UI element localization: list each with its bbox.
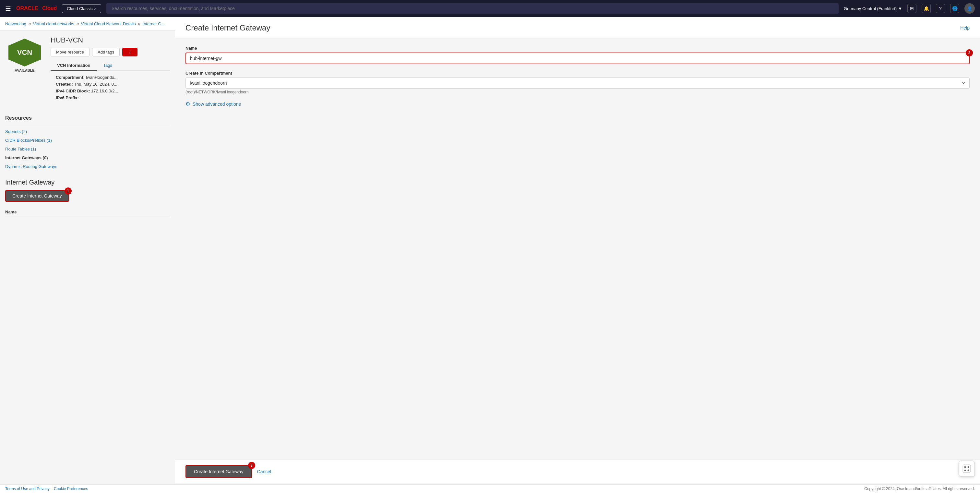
resources-title: Resources bbox=[5, 115, 170, 121]
step-badge-1: 1 bbox=[65, 188, 72, 195]
sliders-icon: ⚙ bbox=[186, 101, 190, 107]
more-actions-button[interactable]: ⋮ bbox=[122, 48, 137, 56]
copyright: Copyright © 2024, Oracle and/or its affi… bbox=[864, 487, 975, 491]
sidebar-item-cidr[interactable]: CIDR Blocks/Prefixes (1) bbox=[5, 136, 170, 145]
sidebar-item-subnets[interactable]: Subnets (2) bbox=[5, 127, 170, 136]
vcn-section: VCN AVAILABLE HUB-VCN Move resource Add … bbox=[0, 31, 175, 111]
bell-icon[interactable]: 🔔 bbox=[922, 4, 931, 13]
cloud-classic-button[interactable]: Cloud Classic > bbox=[62, 4, 101, 13]
vcn-details: Compartment: IwanHoogendo... Created: Th… bbox=[51, 71, 170, 106]
left-panel: Networking » Virtual cloud networks » Vi… bbox=[0, 17, 175, 493]
modal-body: Name 2 Create In Compartment IwanHoogend… bbox=[175, 38, 980, 460]
step-badge-2: 2 bbox=[966, 49, 973, 56]
compartment-label: Create In Compartment bbox=[186, 71, 970, 76]
sidebar-item-route-tables[interactable]: Route Tables (1) bbox=[5, 145, 170, 153]
internet-gateway-title: Internet Gateway bbox=[5, 179, 170, 186]
name-input[interactable] bbox=[186, 52, 970, 64]
terms-link[interactable]: Terms of Use and Privacy bbox=[5, 487, 49, 491]
show-advanced-label: Show advanced options bbox=[192, 102, 241, 107]
add-tags-button[interactable]: Add tags bbox=[92, 48, 120, 56]
compartment-path: (root)/NETWORK/IwanHoogendoorn bbox=[186, 90, 970, 94]
modal-title: Create Internet Gateway bbox=[186, 23, 270, 32]
oracle-logo: ORACLE Cloud bbox=[16, 5, 57, 11]
avatar[interactable]: 👤 bbox=[964, 3, 975, 14]
breadcrumb-current: Internet G... bbox=[143, 21, 165, 26]
tab-vcn-information[interactable]: VCN Information bbox=[51, 60, 97, 71]
name-form-group: Name 2 bbox=[186, 46, 970, 64]
tab-tags[interactable]: Tags bbox=[97, 60, 119, 71]
breadcrumb-networking[interactable]: Networking bbox=[5, 21, 26, 26]
help-link[interactable]: Help bbox=[960, 25, 970, 30]
svg-point-3 bbox=[964, 470, 966, 471]
modal-footer: Create Internet Gateway 3 Cancel bbox=[175, 460, 980, 483]
sidebar-item-internet-gateways[interactable]: Internet Gateways (0) bbox=[5, 153, 170, 162]
footer: Terms of Use and Privacy Cookie Preferen… bbox=[0, 484, 980, 493]
modal-header: Create Internet Gateway Help bbox=[175, 17, 980, 38]
internet-gateway-section: Internet Gateway Create Internet Gateway… bbox=[0, 175, 175, 221]
vcn-title: HUB-VCN bbox=[51, 36, 170, 45]
sidebar-item-dynamic-routing-gateways[interactable]: Dynamic Routing Gateways bbox=[5, 162, 170, 171]
nav-right: Germany Central (Frankfurt) ▼ ⊞ 🔔 ? 🌐 👤 bbox=[844, 3, 975, 14]
breadcrumb: Networking » Virtual cloud networks » Vi… bbox=[0, 17, 175, 31]
vcn-tabs: VCN Information Tags bbox=[51, 60, 170, 71]
console-icon[interactable]: ⊞ bbox=[907, 4, 916, 13]
vcn-actions: Move resource Add tags ⋮ bbox=[51, 48, 170, 56]
vcn-hex: VCN AVAILABLE bbox=[5, 36, 44, 75]
hamburger-menu-icon[interactable]: ☰ bbox=[5, 5, 11, 12]
step-badge-3: 3 bbox=[248, 462, 255, 469]
breadcrumb-vcn[interactable]: Virtual cloud networks bbox=[33, 21, 74, 26]
modal-create-button[interactable]: Create Internet Gateway bbox=[186, 465, 252, 478]
search-input[interactable] bbox=[107, 3, 838, 14]
show-advanced-options-link[interactable]: ⚙ Show advanced options bbox=[186, 101, 970, 107]
cancel-button[interactable]: Cancel bbox=[257, 469, 271, 474]
cookies-link[interactable]: Cookie Preferences bbox=[54, 487, 88, 491]
svg-point-4 bbox=[968, 470, 969, 471]
table-header-name: Name bbox=[5, 207, 170, 217]
create-internet-gateway-modal: Create Internet Gateway Help Name 2 Crea… bbox=[175, 17, 980, 483]
compartment-select[interactable]: IwanHoogendoorn bbox=[186, 78, 970, 89]
top-navigation: ☰ ORACLE Cloud Cloud Classic > Germany C… bbox=[0, 0, 980, 17]
globe-icon[interactable]: 🌐 bbox=[950, 4, 959, 13]
help-widget[interactable] bbox=[959, 461, 975, 477]
svg-rect-0 bbox=[963, 465, 970, 472]
breadcrumb-vcn-details[interactable]: Virtual Cloud Network Details bbox=[81, 21, 136, 26]
resources-section: Resources Subnets (2) CIDR Blocks/Prefix… bbox=[0, 111, 175, 175]
name-label: Name bbox=[186, 46, 970, 51]
vcn-hexagon: VCN bbox=[8, 38, 41, 67]
region-selector[interactable]: Germany Central (Frankfurt) ▼ bbox=[844, 6, 902, 11]
help-icon[interactable]: ? bbox=[936, 4, 945, 13]
compartment-form-group: Create In Compartment IwanHoogendoorn (r… bbox=[186, 71, 970, 94]
create-internet-gateway-button[interactable]: Create Internet Gateway bbox=[5, 190, 69, 202]
svg-point-2 bbox=[968, 466, 969, 468]
move-resource-button[interactable]: Move resource bbox=[51, 48, 89, 56]
vcn-info: HUB-VCN Move resource Add tags ⋮ VCN Inf… bbox=[51, 36, 170, 106]
svg-point-1 bbox=[964, 466, 966, 468]
main-container: Networking » Virtual cloud networks » Vi… bbox=[0, 17, 980, 493]
